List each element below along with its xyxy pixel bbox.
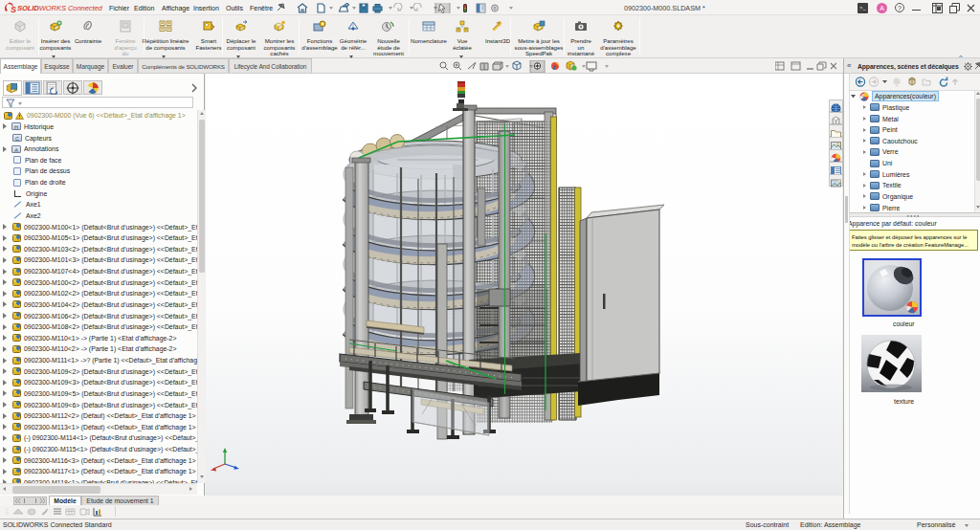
svg-text:S: S — [11, 5, 16, 14]
